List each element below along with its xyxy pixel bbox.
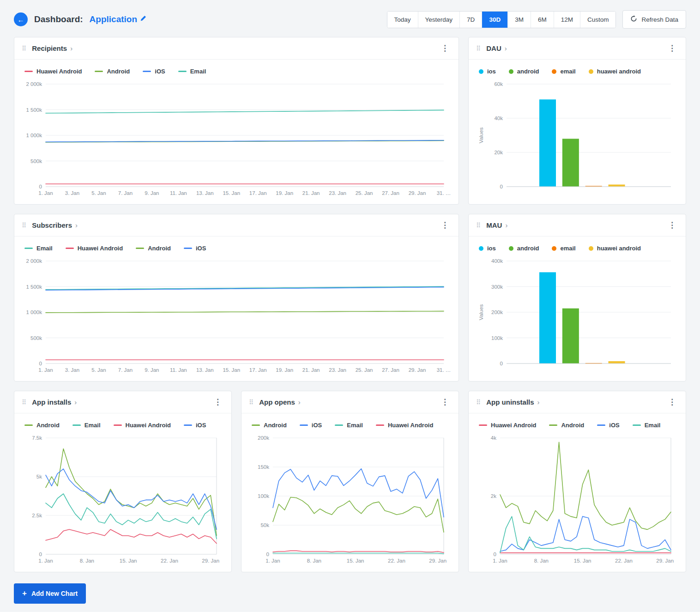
legend-swatch [376,424,384,426]
card-menu-icon[interactable]: ⋮ [439,220,451,230]
legend-item-android[interactable]: android [509,245,539,252]
legend-item-android[interactable]: Android [252,422,287,429]
range-button-custom[interactable]: Custom [580,12,616,28]
card-mau: ⠿ MAU › ⋮ iosandroidemailhuawei android … [468,214,686,382]
legend-item-email[interactable]: email [552,68,575,75]
drag-handle-icon[interactable]: ⠿ [476,222,481,229]
subscribers-legend: EmailHuawei AndroidAndroidiOS [22,241,451,256]
legend-item-huawei-android[interactable]: Huawei Android [114,422,171,429]
legend-label: Android [36,422,60,429]
refresh-icon [630,15,637,24]
card-title-app-installs[interactable]: App installs › [32,398,77,406]
legend-item-huawei-android[interactable]: Huawei Android [479,422,536,429]
svg-text:11. Jan: 11. Jan [170,190,187,196]
dau-chart: 020k40k60kValues [476,79,678,200]
legend-item-huawei-android[interactable]: Huawei Android [376,422,433,429]
legend-item-ios[interactable]: iOS [184,245,206,252]
drag-handle-icon[interactable]: ⠿ [22,399,26,406]
legend-item-android[interactable]: Android [24,422,60,429]
range-button-today[interactable]: Today [387,12,418,28]
drag-handle-icon[interactable]: ⠿ [22,45,26,52]
legend-label: Android [148,245,171,252]
svg-text:29. Jan: 29. Jan [656,558,674,564]
drag-handle-icon[interactable]: ⠿ [476,399,481,406]
range-button-yesterday[interactable]: Yesterday [418,12,460,28]
legend-swatch [136,248,144,249]
legend-item-huawei-android[interactable]: Huawei Android [24,68,82,75]
legend-item-ios[interactable]: iOS [597,422,619,429]
card-title-recipients[interactable]: Recipients › [32,44,72,52]
legend-item-ios[interactable]: ios [479,245,496,252]
card-menu-icon[interactable]: ⋮ [666,220,678,230]
svg-text:0: 0 [500,184,503,189]
svg-text:1. Jan: 1. Jan [266,558,280,564]
svg-text:50k: 50k [260,522,269,528]
chevron-right-icon: › [74,398,77,406]
add-new-chart-button[interactable]: + Add New Chart [14,583,86,604]
svg-text:15. Jan: 15. Jan [223,367,240,373]
legend-item-android[interactable]: Android [136,245,171,252]
legend-item-email[interactable]: Email [335,422,363,429]
svg-text:300k: 300k [491,284,503,290]
back-button[interactable]: ← [14,12,28,26]
card-title-dau[interactable]: DAU › [486,44,507,52]
legend-item-ios[interactable]: iOS [300,422,322,429]
edit-pencil-icon[interactable] [140,15,146,24]
legend-swatch [552,246,556,251]
legend-item-huawei-android[interactable]: huawei android [589,245,641,252]
svg-text:1. Jan: 1. Jan [493,558,507,564]
legend-item-android[interactable]: Android [95,68,130,75]
dashboard-name-link[interactable]: Application [90,14,146,24]
card-title-mau[interactable]: MAU › [486,221,507,229]
svg-text:1 500k: 1 500k [26,284,42,290]
legend-item-ios[interactable]: iOS [184,422,206,429]
drag-handle-icon[interactable]: ⠿ [22,222,26,229]
legend-item-huawei-android[interactable]: huawei android [589,68,641,75]
card-title-subscribers[interactable]: Subscribers › [32,221,78,229]
card-title-app-opens[interactable]: App opens › [259,398,301,406]
svg-text:15. Jan: 15. Jan [223,190,240,196]
legend-label: Huawei Android [388,422,433,429]
chevron-right-icon: › [75,221,78,229]
legend-item-android[interactable]: android [509,68,539,75]
card-title-app-uninstalls[interactable]: App uninstalls › [486,398,539,406]
svg-text:0: 0 [494,551,496,557]
app-installs-legend: AndroidEmailHuawei AndroidiOS [22,418,224,433]
legend-label: Huawei Android [36,68,82,75]
svg-text:0: 0 [266,551,269,557]
legend-item-huawei-android[interactable]: Huawei Android [66,245,123,252]
card-menu-icon[interactable]: ⋮ [439,43,451,53]
legend-item-email[interactable]: Email [178,68,206,75]
range-button-30d[interactable]: 30D [482,12,507,28]
legend-label: Huawei Android [126,422,171,429]
card-menu-icon[interactable]: ⋮ [666,397,678,407]
legend-label: iOS [196,422,206,429]
svg-text:29. Jan: 29. Jan [202,558,219,564]
card-app-uninstalls: ⠿ App uninstalls › ⋮ Huawei AndroidAndro… [468,391,686,572]
legend-item-android[interactable]: Android [549,422,584,429]
time-range-selector: Today Yesterday 7D 30D 3M 6M 12M Custom [387,11,616,28]
range-button-12m[interactable]: 12M [554,12,580,28]
legend-item-email[interactable]: Email [72,422,101,429]
legend-item-email[interactable]: email [552,245,575,252]
range-button-7d[interactable]: 7D [459,12,482,28]
svg-text:29. Jan: 29. Jan [429,558,447,564]
legend-swatch [589,246,593,251]
svg-text:19. Jan: 19. Jan [276,367,293,373]
card-menu-icon[interactable]: ⋮ [211,397,224,407]
app-installs-chart: 02.5k5k7.5k1. Jan8. Jan15. Jan22. Jan29.… [22,433,224,568]
range-button-3m[interactable]: 3M [507,12,531,28]
card-menu-icon[interactable]: ⋮ [439,397,451,407]
card-menu-icon[interactable]: ⋮ [666,43,678,53]
dashboard-name: Application [90,14,137,24]
legend-item-ios[interactable]: iOS [143,68,165,75]
legend-item-ios[interactable]: ios [479,68,496,75]
refresh-data-button[interactable]: Refresh Data [622,10,686,29]
drag-handle-icon[interactable]: ⠿ [249,399,253,406]
legend-swatch [66,248,74,249]
legend-label: Email [190,68,206,75]
range-button-6m[interactable]: 6M [531,12,554,28]
drag-handle-icon[interactable]: ⠿ [476,45,481,52]
legend-item-email[interactable]: Email [633,422,661,429]
legend-item-email[interactable]: Email [24,245,53,252]
